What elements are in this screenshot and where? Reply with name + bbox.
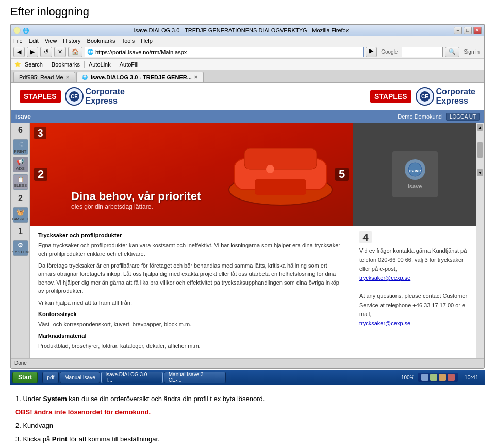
bookmark-autofill[interactable]: AutoFill xyxy=(120,61,139,68)
sidebar-item-basket[interactable]: 🧺 BASKET xyxy=(13,207,28,223)
corp-express-logo-left: CE Corporate Express xyxy=(65,87,125,106)
home-button[interactable]: 🏠 xyxy=(68,47,82,57)
tab-pdf[interactable]: Pdf995: Read Me ✕ xyxy=(13,72,75,82)
scrollbar-thumb[interactable] xyxy=(477,142,483,158)
google-logo: Google xyxy=(379,49,400,55)
banner-text-overlay: Dina behov, vår prioritet oles gör din a… xyxy=(71,190,201,210)
contact-text-2: At any questions, please contact Custome… xyxy=(359,292,470,319)
page-title: Efter inloggning xyxy=(10,5,485,19)
taskbar-icon-1 xyxy=(421,374,428,381)
bookmark-autolink[interactable]: AutoLink xyxy=(89,61,111,68)
contact-email-1[interactable]: trycksaker@cexp.se xyxy=(359,275,410,281)
taskbar-item-manual[interactable]: Manual Isave xyxy=(60,372,100,383)
back-button[interactable]: ◀ xyxy=(13,47,25,57)
forward-button[interactable]: ▶ xyxy=(27,47,38,57)
windows-taskbar: Start pdf Manual Isave isave.DIALOG 3.0 … xyxy=(10,370,485,385)
taskbar-item-manual2[interactable]: Manual Isave 3 - CE-... xyxy=(164,372,226,383)
taskbar-items: pdf Manual Isave isave.DIALOG 3.0 - T...… xyxy=(42,372,225,383)
text-item-2: Produktblad, broschyrer, foldrar, katalo… xyxy=(38,342,344,351)
right-panel: isave isave 4 Vid ev frågor kontakta gär… xyxy=(353,123,476,358)
restore-button[interactable]: □ xyxy=(464,27,472,34)
sidebar-number-1: 1 xyxy=(18,227,23,236)
status-bar: Done xyxy=(11,358,484,368)
go-button[interactable]: ▶ xyxy=(366,47,377,57)
start-button[interactable]: Start xyxy=(12,372,38,383)
sidebar-print-label: PRINT xyxy=(14,149,27,154)
menu-edit[interactable]: Edit xyxy=(29,38,39,44)
left-sidebar: 6 🖨 PRINT 📢 ADS 📋 BLESS 2 xyxy=(11,123,30,358)
bookmarks-icon: ⭐ xyxy=(14,61,21,67)
svg-rect-6 xyxy=(244,148,317,169)
banner-number-5: 5 xyxy=(335,168,349,181)
minimize-button[interactable]: − xyxy=(454,27,462,34)
taskbar-icon-4 xyxy=(448,374,455,381)
status-text: Done xyxy=(14,360,27,366)
contact-number-4: 4 xyxy=(359,231,372,243)
menu-bookmarks[interactable]: Bookmarks xyxy=(87,38,116,44)
corp-express-logo-right: CE Corporate Express xyxy=(416,87,475,106)
titlebar-title: isave.DIALOG 3.0 - TREDJE GENERATIONENS … xyxy=(29,27,454,34)
staples-logo-right: STAPLES xyxy=(370,90,411,103)
svg-rect-7 xyxy=(255,179,306,195)
text-heading-2: Kontorsstryck xyxy=(38,310,344,319)
taskbar-item-pdf[interactable]: pdf xyxy=(42,372,59,383)
zoom-level: 100% xyxy=(399,375,417,380)
svg-text:isave: isave xyxy=(409,168,421,173)
tab-isave[interactable]: 🌐 isave.DIALOG 3.0 - TREDJE GENER... ✕ xyxy=(76,72,204,82)
menu-file[interactable]: File xyxy=(13,38,23,44)
sidebar-item-system[interactable]: ⚙ SYSTEM xyxy=(13,240,28,256)
close-button[interactable]: ✕ xyxy=(473,27,482,34)
contact-text-1: Vid ev frågor kontakta gärna Kundtjänst … xyxy=(359,246,470,274)
text-heading-3: Marknadsmaterial xyxy=(38,331,344,340)
reload-button[interactable]: ↺ xyxy=(40,47,52,57)
corp-logo-icon-left: CE xyxy=(65,87,84,106)
isave-bar: isave Demo Demokund LOGGA UT xyxy=(11,110,484,123)
isave-logo-circle: isave xyxy=(405,159,425,180)
main-content-area: 6 🖨 PRINT 📢 ADS 📋 BLESS 2 xyxy=(11,123,484,358)
text-item-1: Väst- och korrespondenskort, kuvert, bre… xyxy=(38,320,344,329)
search-button[interactable]: 🔍 xyxy=(445,47,459,57)
svg-point-8 xyxy=(266,165,274,173)
tab-isave-close[interactable]: ✕ xyxy=(194,75,198,80)
bookmarks-bar: ⭐ Search Bookmarks AutoLink AutoFill xyxy=(11,59,484,70)
menu-tools[interactable]: Tools xyxy=(122,38,135,44)
logout-button[interactable]: LOGGA UT xyxy=(446,113,480,121)
sidebar-item-ads[interactable]: 📢 ADS xyxy=(13,157,28,172)
sidebar-ads-label: ADS xyxy=(16,166,24,171)
corp-logo-text-right: Corporate Express xyxy=(436,87,475,105)
center-panel: 3 2 Dina behov, vår prioritet oles gör d… xyxy=(30,123,353,358)
scrollbar[interactable]: ▲ ▼ xyxy=(476,123,484,358)
sidebar-item-bless[interactable]: 📋 BLESS xyxy=(13,174,28,190)
tab-pdf-close[interactable]: ✕ xyxy=(65,75,70,80)
banner-number-3: 3 xyxy=(34,127,46,139)
isave-label: isave xyxy=(15,113,31,120)
sidebar-bless-label: BLESS xyxy=(14,183,27,188)
isave-bar-right: Demo Demokund LOGGA UT xyxy=(398,113,480,121)
bookmark-search[interactable]: Search xyxy=(25,61,43,68)
banner-number-2: 2 xyxy=(34,168,47,181)
corp-logo-icon-right: CE xyxy=(416,87,434,106)
address-bar[interactable]: 🌐 https://portal.isave.no/rrm/Main.aspx xyxy=(85,47,364,57)
menu-help[interactable]: Help xyxy=(141,38,153,44)
signin-label[interactable]: Sign in xyxy=(461,49,482,55)
contact-email-2[interactable]: trycksaker@cexp.se xyxy=(359,320,410,326)
taskbar-item-isave[interactable]: isave.DIALOG 3.0 - T... xyxy=(101,372,163,383)
staples-logo-left: STAPLES xyxy=(20,90,61,103)
text-section: Trycksaker och profilprodukter Egna tryc… xyxy=(30,226,353,358)
banner-headline: Dina behov, vår prioritet xyxy=(71,190,201,203)
demo-user-text: Demo Demokund xyxy=(398,113,442,120)
sidebar-system-label: SYSTEM xyxy=(12,250,29,254)
menu-view[interactable]: View xyxy=(45,38,57,44)
sidebar-item-print[interactable]: 🖨 PRINT xyxy=(13,139,28,155)
search-input[interactable] xyxy=(402,47,443,57)
menu-history[interactable]: History xyxy=(63,38,80,44)
bookmark-bookmarks[interactable]: Bookmarks xyxy=(52,61,80,68)
stapler-graphic xyxy=(224,128,337,221)
logo-right: STAPLES CE Corporate Express xyxy=(370,87,475,106)
isave-logo-text: isave xyxy=(405,183,425,189)
right-top-image: isave isave xyxy=(353,123,476,226)
right-bottom-contact: 4 Vid ev frågor kontakta gärna Kundtjäns… xyxy=(353,226,476,333)
taskbar-system-icons xyxy=(418,373,458,382)
tab-isave-label: isave.DIALOG 3.0 - TREDJE GENER... xyxy=(91,74,192,80)
stop-button[interactable]: ✕ xyxy=(54,47,66,57)
